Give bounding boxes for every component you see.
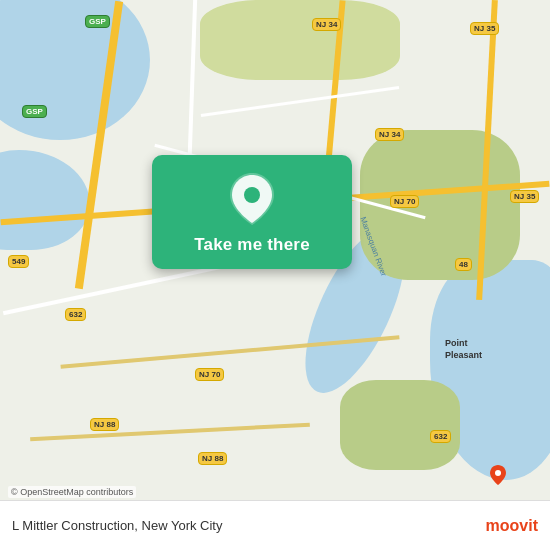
badge-nj88: NJ 88 (90, 418, 119, 431)
badge-nj34b: NJ 34 (375, 128, 404, 141)
point-pleasant-label: PointPleasant (445, 338, 482, 361)
take-me-there-button[interactable]: Take me there (194, 235, 310, 255)
green-park-bottom (340, 380, 460, 470)
moovit-logo: moovit (486, 517, 538, 535)
moovit-logo-text: moovit (486, 517, 538, 535)
badge-632b: 632 (430, 430, 451, 443)
location-name: L Mittler Construction, New York City (12, 518, 222, 533)
green-top-center (200, 0, 400, 80)
svg-point-1 (244, 187, 260, 203)
map-container: GSP GSP NJ 34 NJ 34 NJ 35 NJ 35 NJ 70 NJ… (0, 0, 550, 550)
badge-nj70: NJ 70 (390, 195, 419, 208)
badge-632: 632 (65, 308, 86, 321)
svg-point-0 (495, 470, 501, 476)
badge-nj88b: NJ 88 (198, 452, 227, 465)
badge-nj35b: NJ 35 (510, 190, 539, 203)
badge-48: 48 (455, 258, 472, 271)
badge-nj35: NJ 35 (470, 22, 499, 35)
cta-card: Take me there (152, 155, 352, 269)
badge-549: 549 (8, 255, 29, 268)
badge-nj70b: NJ 70 (195, 368, 224, 381)
map-pin-icon (230, 173, 274, 225)
info-bar: L Mittler Construction, New York City mo… (0, 500, 550, 550)
map-attribution: © OpenStreetMap contributors (8, 486, 136, 498)
badge-gsp1: GSP (85, 15, 110, 28)
destination-pin (490, 465, 506, 489)
badge-gsp2: GSP (22, 105, 47, 118)
badge-nj34: NJ 34 (312, 18, 341, 31)
